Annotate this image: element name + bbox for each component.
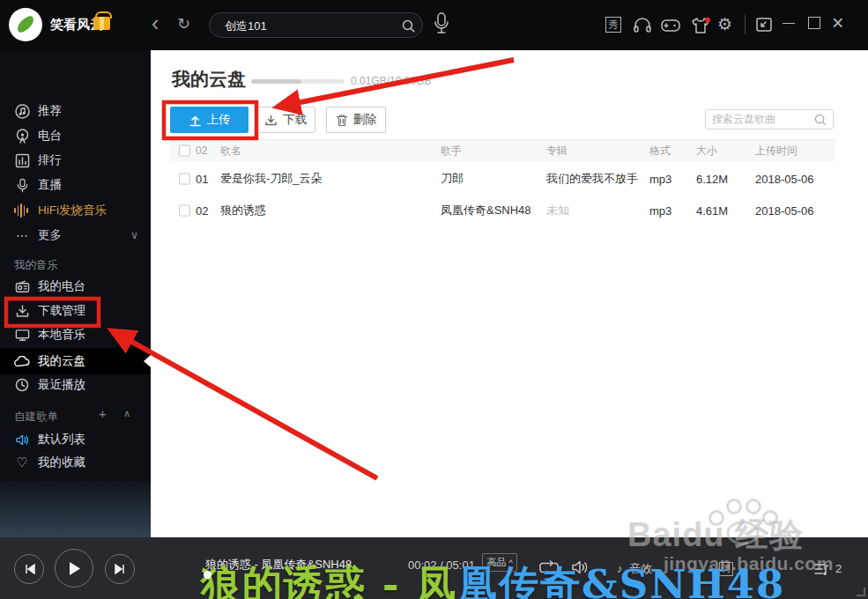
table-row[interactable]: 02 狼的诱惑 凤凰传奇&SNH48 未知 mp3 4.61M 2018-05-…: [170, 195, 835, 226]
add-playlist-icon[interactable]: +: [99, 406, 107, 421]
microphone-icon[interactable]: [433, 11, 450, 38]
xiu-show-icon[interactable]: 秀: [605, 17, 621, 33]
download-button[interactable]: 下载: [256, 107, 315, 133]
col-size[interactable]: 大小: [696, 144, 717, 159]
sidebar-item-label: 排行: [38, 152, 62, 168]
search-icon[interactable]: [814, 114, 827, 126]
sidebar-item-local-music[interactable]: 本地音乐: [0, 322, 151, 347]
monitor-icon: [14, 329, 30, 342]
storage-usage-text: 0.01GB/10.00GB: [351, 75, 431, 87]
upload-icon: [189, 114, 202, 127]
sidebar-item-recent[interactable]: 最近播放: [0, 373, 151, 397]
skin-shirt-icon[interactable]: [690, 17, 711, 35]
sidebar-item-label: 我的收藏: [38, 455, 85, 470]
sidebar-item-default-playlist[interactable]: 默认列表: [0, 427, 151, 452]
sidebar-item-label: 默认列表: [38, 432, 85, 447]
leaf-icon: [14, 15, 37, 34]
previous-track-button[interactable]: [14, 554, 44, 584]
bar-chart-icon: [14, 153, 30, 168]
col-artist[interactable]: 歌手: [441, 144, 462, 159]
select-all-checkbox[interactable]: [179, 145, 190, 157]
sidebar-item-label: 推荐: [38, 103, 62, 119]
search-input[interactable]: 创造101: [209, 12, 423, 38]
lyric-unsung-part: 凰传奇&SNH48: [457, 561, 785, 599]
app-logo[interactable]: [9, 8, 42, 41]
search-icon[interactable]: [402, 19, 415, 33]
table-row[interactable]: 01 爱是你我-刀郎_云朵 刀郎 我们的爱我不放手 mp3 6.12M 2018…: [170, 163, 835, 195]
cloud-search-input[interactable]: 搜索云盘歌曲: [705, 109, 834, 129]
ellipsis-icon: ⋯: [14, 228, 30, 242]
sidebar-item-label: 我的云盘: [38, 353, 85, 369]
collapse-icon[interactable]: ∧: [123, 408, 130, 419]
play-icon: [68, 561, 81, 576]
download-button-label: 下载: [283, 112, 307, 128]
song-album[interactable]: 我们的爱我不放手: [546, 171, 638, 187]
play-button[interactable]: [55, 549, 93, 588]
sidebar-item-charts[interactable]: 排行: [0, 148, 151, 173]
song-name[interactable]: 狼的诱惑: [220, 203, 266, 218]
song-artist[interactable]: 刀郎: [441, 171, 464, 187]
close-icon[interactable]: ×: [832, 11, 843, 35]
waveform-icon: [14, 203, 30, 218]
storage-quota-bar: [251, 79, 345, 84]
sidebar-item-hifi[interactable]: HiFi发烧音乐: [0, 198, 151, 223]
song-size: 4.61M: [696, 204, 728, 218]
col-album[interactable]: 专辑: [546, 144, 568, 159]
sidebar-item-live[interactable]: 直播: [0, 173, 151, 197]
speaker-playing-icon: [14, 433, 30, 447]
sidebar-item-favorites[interactable]: ♡ 我的收藏: [0, 450, 151, 475]
maximize-icon[interactable]: [808, 17, 820, 29]
mini-mode-icon[interactable]: [756, 18, 772, 32]
titlebar-divider: [745, 15, 746, 34]
col-upload-time[interactable]: 上传时间: [755, 144, 798, 159]
sidebar-item-my-cloud[interactable]: 我的云盘: [0, 348, 151, 374]
lyric-progress-dot: [204, 571, 211, 579]
song-album[interactable]: 未知: [546, 203, 569, 218]
playlist-count: 2: [835, 562, 842, 575]
row-checkbox[interactable]: [179, 174, 190, 185]
selected-item-marker: [144, 355, 151, 367]
radio-tower-icon: [14, 129, 30, 144]
song-name[interactable]: 爱是你我-刀郎_云朵: [220, 171, 323, 187]
trash-icon: [336, 114, 348, 127]
upload-button[interactable]: 上传: [170, 107, 249, 133]
sidebar-item-more[interactable]: ⋯ 更多 ∨: [0, 223, 151, 248]
sidebar-item-downloads[interactable]: 下载管理: [0, 299, 151, 323]
section-header-playlists: 自建歌单: [14, 410, 58, 425]
sidebar-item-label: 更多: [38, 227, 62, 243]
cloud-icon: [14, 356, 30, 367]
sidebar-item-label: 下载管理: [38, 303, 85, 319]
delete-button-label: 删除: [353, 112, 377, 128]
sidebar-background-image: [0, 481, 151, 537]
sidebar-item-label: 最近播放: [38, 377, 85, 393]
heart-icon: ♡: [14, 455, 30, 470]
song-format: mp3: [649, 173, 671, 186]
minimize-icon[interactable]: —: [783, 15, 795, 29]
col-format[interactable]: 格式: [649, 144, 671, 159]
sidebar-item-radio[interactable]: 电台: [0, 123, 151, 148]
sidebar-item-label: HiFi发烧音乐: [38, 203, 107, 218]
settings-gear-icon[interactable]: ⚙: [717, 14, 732, 34]
chevron-down-icon[interactable]: ∨: [130, 229, 138, 241]
download-icon: [14, 305, 30, 318]
game-icon[interactable]: [660, 17, 681, 34]
headset-icon[interactable]: [633, 17, 652, 34]
song-format: mp3: [649, 204, 671, 218]
gift-icon[interactable]: [93, 17, 110, 30]
song-artist[interactable]: 凤凰传奇&SNH48: [441, 203, 531, 218]
sidebar-item-recommend[interactable]: 推荐: [0, 99, 151, 123]
resize-grip[interactable]: [857, 588, 865, 596]
refresh-button[interactable]: ↻: [177, 14, 190, 33]
delete-button[interactable]: 删除: [326, 107, 386, 133]
section-header-my-music: 我的音乐: [14, 258, 58, 273]
sidebar-item-my-radio[interactable]: 我的电台: [0, 274, 151, 299]
sidebar-item-label: 电台: [38, 128, 62, 144]
playlist-icon[interactable]: [814, 563, 829, 576]
song-upload-time: 2018-05-06: [755, 204, 814, 218]
back-button[interactable]: ‹: [152, 11, 159, 36]
next-track-button[interactable]: [105, 554, 135, 584]
row-num: 02: [196, 204, 208, 218]
col-song-name[interactable]: 歌名: [220, 144, 241, 159]
sidebar-item-label: 我的电台: [38, 278, 85, 294]
row-checkbox[interactable]: [179, 205, 190, 217]
